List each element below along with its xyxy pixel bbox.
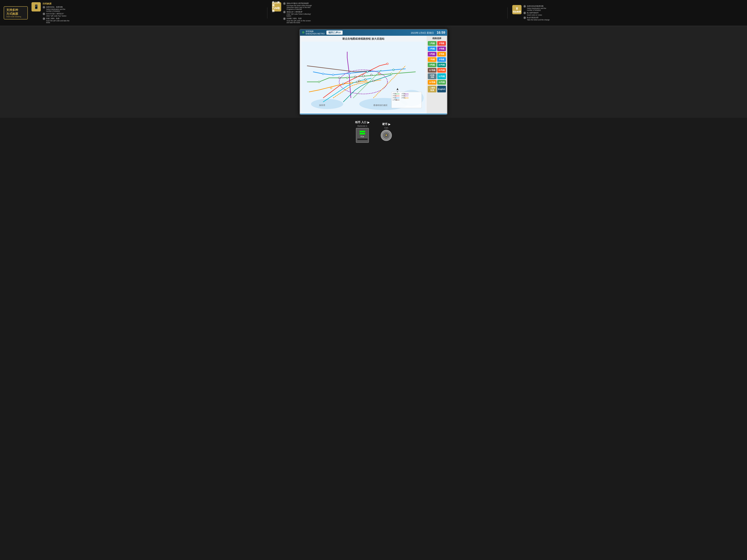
screen-instruction: 请点击地图或者线路按钮 放大后选站 <box>302 37 425 41</box>
line1-button[interactable]: 1号线 <box>428 41 437 46</box>
line5-button[interactable]: 5号线 <box>428 52 437 56</box>
screen-date: 2023年1月8日 星期日 <box>411 31 434 34</box>
banknote-device[interactable]: ▶ <box>356 128 369 143</box>
banknote-opening[interactable] <box>357 138 367 140</box>
line2-button[interactable]: 2号线 <box>437 41 446 46</box>
banknote-label-cn2: 入口 <box>361 121 366 124</box>
screen-content: 请点击地图或者线路按钮 放大后选站 深圳湾 香港特别行政区 大鹏湾 <box>300 36 447 113</box>
qr-steps: 扫码购票 1 选择目的站、购票张数Select destination and … <box>43 2 70 24</box>
screen-bottom-bar <box>300 113 447 114</box>
line4-button[interactable]: 4号线 <box>437 47 446 51</box>
svg-point-28 <box>393 69 394 71</box>
svg-text:香港特别行政区: 香港特别行政区 <box>373 104 388 106</box>
banknote-slot: 纸币 入口 ▶ Banknote in ▶ <box>355 121 369 143</box>
top-instruction-panel: 支持多种方式购票 Multi-mode ticketing 📱 扫码购票 1 选… <box>0 0 747 26</box>
screen-datetime: 2023年1月8日 星期日 16:59 <box>411 31 445 35</box>
coin-inner <box>383 132 390 139</box>
cash-steps: 1 选择目的站和购票张数Select destination and the n… <box>523 5 551 21</box>
metro-logo-icon: ※ <box>302 31 305 35</box>
coin-device[interactable] <box>381 130 392 141</box>
machine-bottom: 纸币 入口 ▶ Banknote in ▶ 硬币 ▶ Coin <box>0 118 747 145</box>
line7-button[interactable]: 7号线 <box>428 57 437 62</box>
coin-label-cn: 硬币 <box>382 123 387 126</box>
metro-logo: ※ 深圳地铁SHENZHEN METRO <box>302 30 325 35</box>
svg-point-16 <box>357 81 358 83</box>
svg-text:N: N <box>397 91 398 93</box>
line20-button[interactable]: 20号线 <box>437 68 446 73</box>
svg-point-26 <box>387 63 388 64</box>
line-buttons-grid: 1号线 2号线 3号线 4号线 5号线 6号线 7号线 8号线 9号线 10号线… <box>428 41 446 85</box>
instruction-group-online: 线上购票TVM取票 1 地铁APP/微信小程序提前购票Purchase the … <box>272 2 503 24</box>
online-step-2: 2 现场点击"二维码取票"Click "QR code Ticket Colle… <box>283 11 313 17</box>
svg-point-22 <box>330 87 332 89</box>
line-selection-title: 线路选择 <box>428 37 446 40</box>
bottom-action-buttons: 二维码取票 English <box>428 86 446 92</box>
english-button[interactable]: English <box>437 86 446 92</box>
cash-step-1: 1 选择目的站和购票张数Select destination and the n… <box>523 5 551 11</box>
svg-point-23 <box>332 74 334 76</box>
svg-point-19 <box>351 82 352 84</box>
coin-label-en: Coin <box>384 127 388 129</box>
station-name: 福田口岸10 <box>327 31 342 35</box>
svg-point-11 <box>346 77 348 79</box>
screen-time-value: 16:59 <box>437 31 445 34</box>
qr-step-2: 2 支付方式选"二维码支付"Click "QR code Pay" button <box>43 12 70 17</box>
map-section[interactable]: 请点击地图或者线路按钮 放大后选站 深圳湾 香港特别行政区 大鹏湾 <box>300 36 427 113</box>
svg-point-8 <box>362 75 364 77</box>
svg-point-13 <box>349 73 350 75</box>
svg-point-21 <box>342 83 344 85</box>
coin-section: 硬币 ▶ Coin <box>381 123 392 141</box>
svg-point-12 <box>379 73 380 75</box>
line8-button[interactable]: 8号线 <box>437 57 446 62</box>
line6s-button[interactable]: 6支线支线 <box>428 73 437 79</box>
svg-point-20 <box>359 80 360 82</box>
svg-point-25 <box>323 73 324 75</box>
line3-button[interactable]: 3号线 <box>428 47 437 51</box>
line10-button[interactable]: 10号线 <box>437 62 446 67</box>
screen-header: ※ 深圳地铁SHENZHEN METRO 福田口岸10 2023年1月8日 星期… <box>300 29 447 36</box>
line12-button[interactable]: 12号线 <box>437 73 446 79</box>
svg-point-15 <box>366 71 368 73</box>
qr-scan-icon: 📱 <box>31 2 41 11</box>
line11-button[interactable]: 11号线 <box>428 68 437 73</box>
ticket-machine-screen[interactable]: ※ 深圳地铁SHENZHEN METRO 福田口岸10 2023年1月8日 星期… <box>300 29 447 115</box>
qr-ticket-button[interactable]: 二维码取票 <box>428 86 437 92</box>
brand-section: 支持多种方式购票 Multi-mode ticketing <box>4 6 28 20</box>
metro-logo-text: 深圳地铁SHENZHEN METRO <box>306 30 325 35</box>
svg-point-27 <box>391 73 392 75</box>
svg-text:深圳湾: 深圳湾 <box>319 104 325 106</box>
cash-step-3: 3 取走车票及找零Take the ticket and the change <box>523 17 551 21</box>
online-step-1: 1 地铁APP/微信小程序提前购票Purchase the ticket onl… <box>283 2 313 10</box>
qr-step-3: 3 扫描二维码，取票Scan the QR code and take the … <box>43 18 70 24</box>
green-indicator-2 <box>360 133 365 134</box>
brand-title-en: Multi-mode ticketing <box>6 16 25 18</box>
online-step-3: 3 扫屏幕二维码、取票Scan the QR code on the scree… <box>283 18 313 24</box>
svg-point-1 <box>311 99 343 109</box>
svg-point-9 <box>354 76 356 78</box>
line6-button[interactable]: 6号线 <box>437 52 446 56</box>
cash-step-2: 2 投入硬币或纸币Insert coins or notes <box>523 12 551 16</box>
cash-icon: ¥现金购票 <box>512 5 521 14</box>
qr-step-1: 1 选择目的站、购票张数Select destination and the n… <box>43 6 70 12</box>
banknote-label-cn: 纸币 <box>355 121 360 124</box>
svg-point-24 <box>318 81 320 83</box>
instruction-group-qr: 📱 扫码购票 1 选择目的站、购票张数Select destination an… <box>31 2 262 24</box>
svg-point-14 <box>338 77 340 79</box>
line14-button[interactable]: 14号线 <box>428 80 437 85</box>
metro-map[interactable]: 深圳湾 香港特别行政区 大鹏湾 <box>302 42 425 112</box>
line9-button[interactable]: 9号线 <box>428 62 437 67</box>
banknote-label-en: Banknote in <box>358 125 367 127</box>
svg-point-10 <box>370 74 372 76</box>
svg-point-18 <box>372 80 374 82</box>
brand-title-cn: 支持多种方式购票 <box>6 8 25 16</box>
line16-button[interactable]: 16号线 <box>437 80 446 85</box>
online-icon: 线上购票TVM取票 <box>272 2 281 11</box>
svg-point-17 <box>365 79 366 80</box>
online-steps: 1 地铁APP/微信小程序提前购票Purchase the ticket onl… <box>283 2 313 24</box>
right-panel: 线路选择 1号线 2号线 3号线 4号线 5号线 6号线 7号线 8号线 9号线… <box>427 36 447 113</box>
green-indicator-1 <box>360 131 365 132</box>
instruction-group-cash: ¥现金购票 1 选择目的站和购票张数Select destination and… <box>512 5 743 21</box>
machine-body: ※ 深圳地铁SHENZHEN METRO 福田口岸10 2023年1月8日 星期… <box>0 26 747 118</box>
